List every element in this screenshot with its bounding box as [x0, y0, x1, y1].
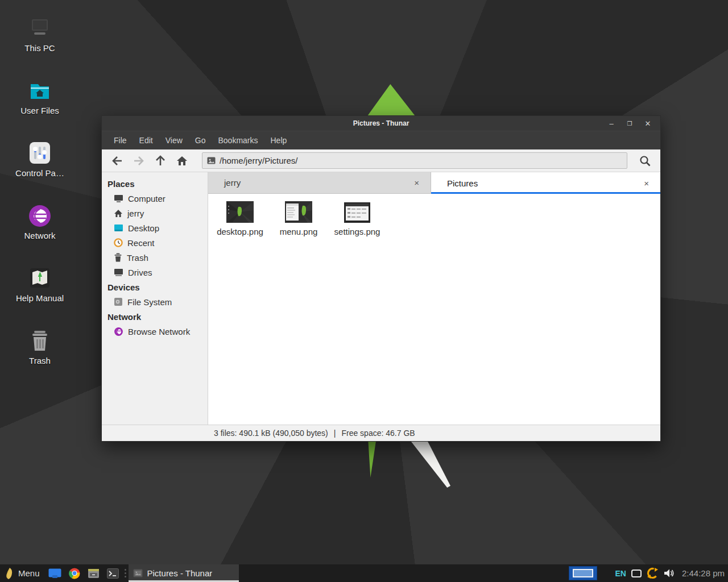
trash-icon	[114, 253, 122, 262]
sidebar-item-file-system[interactable]: File System	[102, 294, 208, 309]
sidebar-item-label: Recent	[127, 238, 155, 248]
desktop-icon-network[interactable]: Network	[9, 203, 71, 258]
file-desktop-png[interactable]: desktop.png	[212, 200, 268, 236]
update-notifier-icon[interactable]	[647, 567, 659, 579]
status-separator: |	[334, 429, 336, 438]
sidebar-item-drives[interactable]: Drives	[102, 265, 208, 280]
terminal-icon	[107, 568, 119, 579]
file-settings-png[interactable]: settings.png	[329, 200, 386, 236]
tab-jerry[interactable]: jerry ×	[208, 172, 431, 194]
sidebar-item-browse-network[interactable]: Browse Network	[102, 324, 208, 339]
image-thumbnail	[344, 200, 370, 223]
desktop-icon-label: Control Pa…	[15, 168, 64, 178]
home-folder-icon	[27, 78, 52, 103]
menu-logo-icon	[5, 567, 14, 580]
back-arrow-icon	[111, 156, 123, 166]
desktop-launcher-icon	[48, 568, 61, 579]
file-list: desktop.png	[208, 194, 660, 425]
desktop-icon-trash[interactable]: Trash	[9, 329, 71, 383]
close-button[interactable]: ✕	[639, 116, 657, 131]
file-name: menu.png	[280, 227, 318, 236]
status-files-text: 3 files: 490.1 kB (490,050 bytes)	[214, 429, 328, 438]
sidebar-item-recent[interactable]: Recent	[102, 235, 208, 250]
drive-icon	[114, 268, 123, 276]
minimize-button[interactable]: –	[602, 116, 621, 131]
home-button[interactable]	[172, 152, 192, 169]
sidebar-item-home[interactable]: jerry	[102, 206, 208, 221]
desktop-icon-help-manual[interactable]: Help Manual	[9, 266, 71, 321]
display-tray-icon[interactable]	[631, 569, 642, 577]
computer-icon	[27, 16, 52, 41]
task-window-icon	[133, 569, 143, 577]
file-menu-png[interactable]: menu.png	[270, 200, 327, 236]
sidebar-item-trash[interactable]: Trash	[102, 250, 208, 265]
sidebar-item-label: jerry	[127, 209, 144, 218]
maximize-button[interactable]: ❐	[621, 116, 639, 131]
desktop-icon-user-files[interactable]: User Files	[9, 78, 71, 133]
chrome-icon	[69, 568, 80, 579]
sidebar-item-label: Desktop	[128, 223, 159, 233]
sidebar-item-label: Trash	[127, 253, 148, 263]
sidebar-item-label: Browse Network	[128, 327, 190, 336]
tab-bar: jerry × Pictures ×	[208, 172, 660, 194]
tab-label: Pictures	[447, 178, 640, 188]
sidebar-item-desktop[interactable]: Desktop	[102, 221, 208, 235]
chrome-launcher[interactable]	[65, 564, 84, 582]
taskbar-drag-handle[interactable]	[123, 564, 129, 582]
trash-icon	[27, 329, 52, 354]
taskbar: Menu Pictures - Th	[0, 564, 728, 582]
show-desktop-launcher[interactable]	[46, 564, 65, 582]
path-input[interactable]	[220, 156, 622, 165]
volume-icon[interactable]	[664, 568, 675, 578]
desktop-icon-this-pc[interactable]: This PC	[9, 16, 71, 70]
menu-file[interactable]: File	[109, 133, 132, 148]
menu-go[interactable]: Go	[190, 133, 211, 148]
menubar: File Edit View Go Bookmarks Help	[102, 131, 660, 149]
task-button-thunar[interactable]: Pictures - Thunar	[129, 564, 239, 582]
status-free-space-text: Free space: 46.7 GB	[341, 429, 415, 438]
manual-map-icon	[27, 266, 52, 291]
window-title: Pictures - Thunar	[102, 119, 660, 127]
file-name: settings.png	[334, 227, 380, 236]
globe-icon	[27, 203, 52, 228]
sidebar-header-places: Places	[102, 176, 208, 191]
system-tray: EN 2:44:28 pm	[615, 564, 725, 582]
sidebar-header-devices: Devices	[102, 280, 208, 294]
up-button[interactable]	[151, 152, 170, 169]
status-bar: 3 files: 490.1 kB (490,050 bytes) | Free…	[102, 425, 660, 441]
window-controls: – ❐ ✕	[602, 116, 657, 131]
path-bar[interactable]	[202, 152, 627, 169]
tab-close-icon[interactable]: ×	[640, 177, 652, 189]
thunar-window: Pictures - Thunar – ❐ ✕ File Edit View G…	[101, 115, 661, 442]
desktop-icon-label: User Files	[20, 106, 59, 115]
terminal-launcher[interactable]	[104, 564, 123, 582]
menu-help[interactable]: Help	[266, 133, 292, 148]
tab-pictures[interactable]: Pictures ×	[431, 172, 660, 194]
sliders-icon	[27, 141, 52, 166]
menu-view[interactable]: View	[160, 133, 188, 148]
forward-arrow-icon	[133, 156, 144, 166]
desktop-icon-control-panel[interactable]: Control Pa…	[9, 141, 71, 196]
file-cabinet-launcher[interactable]	[84, 564, 104, 582]
desktop-icon-label: This PC	[24, 43, 55, 53]
tab-close-icon[interactable]: ×	[411, 177, 423, 189]
desktop-display-icon	[114, 224, 123, 232]
clock[interactable]: 2:44:28 pm	[680, 568, 725, 578]
desktop-icon-label: Trash	[29, 356, 51, 365]
pager-window	[573, 569, 593, 577]
titlebar[interactable]: Pictures - Thunar – ❐ ✕	[102, 116, 660, 131]
network-globe-icon	[114, 327, 123, 336]
menu-button[interactable]: Menu	[0, 564, 46, 582]
search-icon	[639, 155, 651, 167]
back-button[interactable]	[107, 152, 127, 169]
sidebar-header-network: Network	[102, 309, 208, 324]
forward-button[interactable]	[129, 152, 148, 169]
keyboard-layout-indicator[interactable]: EN	[615, 569, 626, 578]
menu-edit[interactable]: Edit	[134, 133, 158, 148]
sidebar-item-computer[interactable]: Computer	[102, 191, 208, 206]
menu-bookmarks[interactable]: Bookmarks	[213, 133, 263, 148]
workspace-pager[interactable]	[569, 566, 597, 580]
window-body: Places Computer jerry Desktop	[102, 172, 660, 425]
search-button[interactable]	[635, 152, 655, 169]
home-icon	[114, 209, 123, 218]
